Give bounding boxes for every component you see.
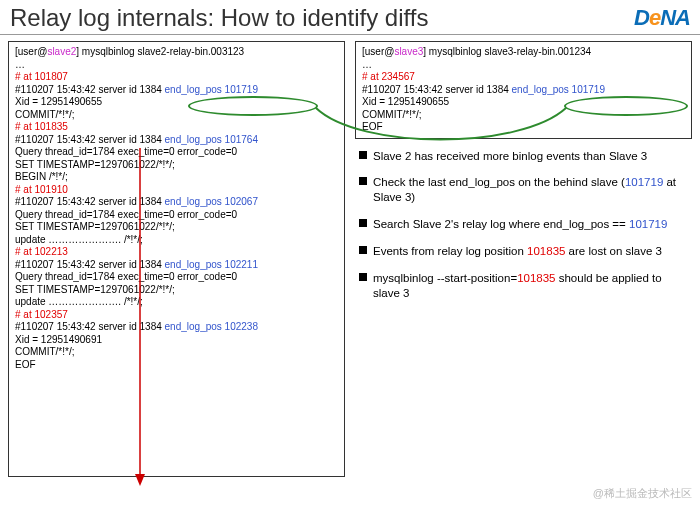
log-line: EOF: [362, 121, 685, 134]
content: [user@slave2] mysqlbinlog slave2-relay-b…: [0, 35, 700, 477]
log-line: #110207 15:43:42 server id 1384 end_log_…: [15, 84, 338, 97]
bullet-icon: [359, 151, 367, 159]
log-line: #110207 15:43:42 server id 1384 end_log_…: [15, 321, 338, 334]
log-line: #110207 15:43:42 server id 1384 end_log_…: [15, 259, 338, 272]
log-line: # at 234567: [362, 71, 685, 84]
log-line: # at 101807: [15, 71, 338, 84]
list-item: Check the last end_log_pos on the behind…: [359, 175, 688, 205]
log-line: SET TIMESTAMP=1297061022/*!*/;: [15, 159, 338, 172]
log-line: update …………………. /*!*/;: [15, 234, 338, 247]
log-line: COMMIT/*!*/;: [15, 346, 338, 359]
bullet-icon: [359, 177, 367, 185]
log-line: Query thread_id=1784 exec_time=0 error_c…: [15, 209, 338, 222]
list-item: Slave 2 has received more binlog events …: [359, 149, 688, 164]
bullet-icon: [359, 246, 367, 254]
list-item: Search Slave 2's relay log where end_log…: [359, 217, 688, 232]
log-line: Xid = 12951490655: [15, 96, 338, 109]
log-line: Query thread_id=1784 exec_time=0 error_c…: [15, 146, 338, 159]
log-line: …: [15, 59, 338, 72]
log-line: #110207 15:43:42 server id 1384 end_log_…: [15, 196, 338, 209]
log-line: # at 101835: [15, 121, 338, 134]
notes-list: Slave 2 has received more binlog events …: [355, 147, 692, 314]
log-line: COMMIT/*!*/;: [362, 109, 685, 122]
log-line: Query thread_id=1784 exec_time=0 error_c…: [15, 271, 338, 284]
right-column: [user@slave3] mysqlbinlog slave3-relay-b…: [355, 41, 692, 477]
log-line: Xid = 12951490655: [362, 96, 685, 109]
bullet-icon: [359, 219, 367, 227]
left-column: [user@slave2] mysqlbinlog slave2-relay-b…: [8, 41, 345, 477]
list-item: mysqlbinlog --start-position=101835 shou…: [359, 271, 688, 301]
watermark: @稀土掘金技术社区: [593, 486, 692, 501]
log-line: #110207 15:43:42 server id 1384 end_log_…: [15, 134, 338, 147]
page-title: Relay log internals: How to identify dif…: [10, 4, 428, 32]
dena-logo: DeNA: [634, 5, 690, 31]
header: Relay log internals: How to identify dif…: [0, 0, 700, 35]
log-line: EOF: [15, 359, 338, 372]
prompt-line: [user@slave2] mysqlbinlog slave2-relay-b…: [15, 46, 338, 59]
prompt-line: [user@slave3] mysqlbinlog slave3-relay-b…: [362, 46, 685, 59]
log-line: SET TIMESTAMP=1297061022/*!*/;: [15, 221, 338, 234]
list-item: Events from relay log position 101835 ar…: [359, 244, 688, 259]
log-line: COMMIT/*!*/;: [15, 109, 338, 122]
log-line: # at 102213: [15, 246, 338, 259]
log-line: BEGIN /*!*/;: [15, 171, 338, 184]
bullet-icon: [359, 273, 367, 281]
log-line: update …………………. /*!*/;: [15, 296, 338, 309]
slave2-log-panel: [user@slave2] mysqlbinlog slave2-relay-b…: [8, 41, 345, 477]
slave3-log-panel: [user@slave3] mysqlbinlog slave3-relay-b…: [355, 41, 692, 139]
log-line: …: [362, 59, 685, 72]
log-line: Xid = 12951490691: [15, 334, 338, 347]
log-line: #110207 15:43:42 server id 1384 end_log_…: [362, 84, 685, 97]
log-line: # at 101910: [15, 184, 338, 197]
log-line: # at 102357: [15, 309, 338, 322]
log-line: SET TIMESTAMP=1297061022/*!*/;: [15, 284, 338, 297]
